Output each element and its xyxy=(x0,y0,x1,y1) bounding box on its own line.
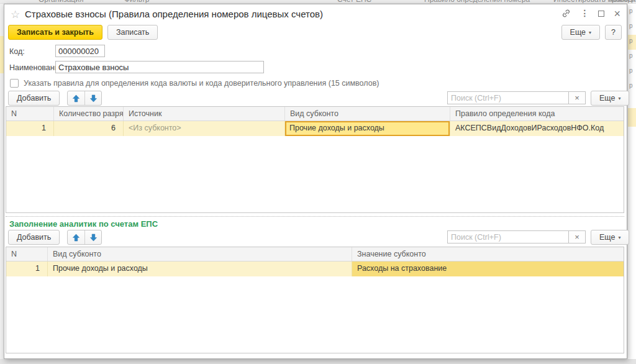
move-down-icon[interactable] xyxy=(84,230,101,244)
more-button-label: Еще xyxy=(570,28,586,37)
column-header-subconto-type[interactable]: Вид субконто xyxy=(48,247,352,261)
add-row-button-table2[interactable]: Добавить xyxy=(8,230,60,245)
add-row-button-table1[interactable]: Добавить xyxy=(8,91,60,106)
bg-row-fragment: р xyxy=(629,22,633,29)
background-window-bottom-edge xyxy=(0,359,636,364)
column-header-subconto-type[interactable]: Вид субконто xyxy=(285,107,450,121)
more-button-label: Еще xyxy=(599,94,615,102)
cell-subconto-type-selected[interactable]: Прочие доходы и расходы xyxy=(285,121,450,136)
bg-row-fragment: р xyxy=(629,67,633,74)
bg-row-fragment: р xyxy=(629,37,633,44)
cell-subconto-type[interactable]: Прочие доходы и расходы xyxy=(48,262,352,276)
chevron-down-icon: ▾ xyxy=(618,96,620,101)
more-button-table1[interactable]: Еще▾ xyxy=(591,91,629,106)
search-clear-icon[interactable]: × xyxy=(569,91,586,104)
cell-n[interactable]: 1 xyxy=(6,121,54,136)
section-separator xyxy=(6,216,624,217)
search-input-table1[interactable] xyxy=(447,91,569,104)
chevron-down-icon: ▾ xyxy=(589,30,591,35)
move-up-icon[interactable] xyxy=(68,91,84,105)
close-icon[interactable]: × xyxy=(614,9,620,18)
dialog-insurance-contributions: ☆ Страховые взносы (Правила определения … xyxy=(4,4,627,359)
search-input-table2[interactable] xyxy=(447,230,569,243)
more-button-label: Еще xyxy=(599,233,615,242)
column-header-rule[interactable]: Правило определения кода xyxy=(450,107,624,121)
code-field[interactable] xyxy=(55,45,105,57)
maximize-icon[interactable] xyxy=(598,11,604,17)
more-button-table2[interactable]: Еще▾ xyxy=(591,230,629,245)
analytics-table-header: N Вид субконто Значение субконто xyxy=(6,247,624,262)
column-header-n[interactable]: N xyxy=(6,247,48,261)
cell-digits[interactable]: 6 xyxy=(54,121,124,136)
table-row[interactable]: 1 6 <Из субконто> Прочие доходы и расход… xyxy=(6,121,624,136)
more-menu-icon[interactable]: ⋮ xyxy=(580,9,589,18)
chevron-down-icon: ▾ xyxy=(618,235,620,240)
analytics-table: N Вид субконто Значение субконто 1 Прочи… xyxy=(6,247,624,353)
name-field[interactable] xyxy=(55,61,264,73)
column-header-n[interactable]: N xyxy=(6,107,54,121)
rules-table: N Количество разрядов Источник Вид субко… xyxy=(6,106,624,213)
get-link-icon[interactable] xyxy=(561,9,571,18)
more-button-top[interactable]: Еще▾ xyxy=(561,25,600,40)
rules-table-header: N Количество разрядов Источник Вид субко… xyxy=(6,107,624,121)
background-highlight-row xyxy=(628,108,636,127)
move-row-buttons-table2 xyxy=(67,230,102,245)
code-label: Код: xyxy=(9,47,25,56)
help-button[interactable]: ? xyxy=(605,25,622,40)
favorite-star-icon[interactable]: ☆ xyxy=(11,8,20,21)
move-up-icon[interactable] xyxy=(68,230,84,244)
currency-rules-checkbox-label: Указать правила для определения кода вал… xyxy=(24,79,379,88)
move-down-icon[interactable] xyxy=(84,91,101,105)
background-window-right-edge: р р р р р р xyxy=(628,4,636,359)
save-and-close-button[interactable]: Записать и закрыть xyxy=(8,25,102,40)
search-clear-icon[interactable]: × xyxy=(569,230,586,243)
currency-rules-checkbox[interactable] xyxy=(10,79,19,88)
cell-n[interactable]: 1 xyxy=(6,262,48,276)
page-title: Страховые взносы (Правила определения но… xyxy=(25,9,323,19)
column-header-digits[interactable]: Количество разрядов xyxy=(54,107,124,121)
cell-subconto-value-selected[interactable]: Расходы на страхование xyxy=(352,262,624,276)
cell-rule[interactable]: АКСЕПСВидДоходовИРасходовНФО.Код xyxy=(450,121,624,136)
section-title-eps-analytics: Заполнение аналитик по счетам ЕПС xyxy=(9,219,158,229)
bg-row-fragment: р xyxy=(629,7,633,14)
table-row[interactable]: 1 Прочие доходы и расходы Расходы на стр… xyxy=(6,262,624,276)
move-row-buttons-table1 xyxy=(67,91,102,106)
bg-row-fragment: р xyxy=(629,82,633,89)
bg-row-fragment: р xyxy=(629,52,633,59)
selected-cell-value[interactable]: Прочие доходы и расходы xyxy=(285,121,450,136)
cell-source[interactable]: <Из субконто> xyxy=(124,121,285,136)
save-button[interactable]: Записать xyxy=(107,25,158,40)
column-header-source[interactable]: Источник xyxy=(124,107,285,121)
column-header-subconto-value[interactable]: Значение субконто xyxy=(352,247,624,261)
